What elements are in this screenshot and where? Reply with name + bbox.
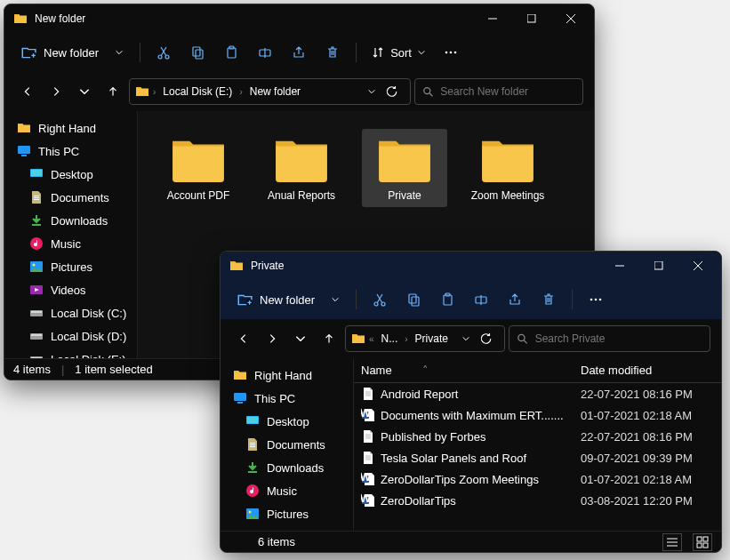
more-button[interactable] [580,285,612,314]
sidebar-item-label: Right Hand [38,122,96,135]
folder-item[interactable]: Zoom Meetings [465,129,550,207]
content-area[interactable]: Name˄ Date modified Android Report22-07-… [354,358,721,531]
close-button[interactable] [678,252,718,280]
cut-button[interactable] [364,285,396,314]
pc-icon [233,391,247,405]
sidebar-item[interactable]: Local Disk (C:) [4,301,137,324]
up-button[interactable] [100,79,125,104]
chevron-down-icon [331,295,340,304]
sidebar-item[interactable]: Documents [221,433,353,456]
sort-button[interactable]: Sort [364,38,433,67]
breadcrumb-item[interactable]: Private [412,331,452,347]
sidebar-item[interactable]: Downloads [4,209,137,232]
folder-item[interactable]: Account PDF [156,129,241,207]
folder-item[interactable]: Private [362,129,447,207]
search-bar[interactable] [414,78,583,105]
sidebar-item[interactable]: This PC [221,387,353,410]
list-row[interactable]: Published by Forbes22-07-2021 08:16 PM [354,426,721,447]
sidebar[interactable]: Right HandThis PCDesktopDocumentsDownloa… [221,358,354,531]
new-folder-button[interactable]: New folder [228,285,349,314]
more-button[interactable] [435,38,467,67]
sidebar-item-label: Music [51,237,81,251]
maximize-button[interactable] [512,4,551,33]
rename-button[interactable] [465,285,497,314]
status-bar: 6 items [221,531,721,552]
sidebar-item[interactable]: This PC [4,140,137,163]
back-button[interactable] [231,326,256,351]
list-row[interactable]: ZeroDollarTips Zoom Meetings01-07-2021 0… [354,468,721,490]
col-date[interactable]: Date modified [581,364,714,377]
search-bar[interactable] [509,325,710,352]
list-row[interactable]: Documents with Maximum ERT.......01-07-2… [354,404,721,426]
sidebar-item[interactable]: Videos [4,278,137,301]
cut-button[interactable] [148,38,180,67]
list-row[interactable]: Tesla Solar Panels and Roof09-07-2021 09… [354,447,721,468]
list-row[interactable]: Android Report22-07-2021 08:16 PM [354,383,721,404]
grid-view-button[interactable] [693,533,712,551]
paste-button[interactable] [215,38,247,67]
refresh-button[interactable] [380,79,405,104]
delete-button[interactable] [533,285,565,314]
disk-icon [29,352,44,358]
back-button[interactable] [15,79,40,104]
share-button[interactable] [499,285,531,314]
video-icon [29,283,44,297]
folder-item[interactable]: Anual Reports [259,129,344,207]
recent-button[interactable] [288,326,313,351]
paste-button[interactable] [431,285,463,314]
breadcrumb-item[interactable]: N... [378,331,402,347]
list-view-button[interactable] [662,533,682,551]
maximize-button[interactable] [639,252,678,280]
sidebar-item[interactable]: Pictures [4,255,137,278]
titlebar[interactable]: Private [221,252,721,280]
sidebar-item-label: Music [267,484,297,498]
address-bar[interactable]: › Local Disk (E:) › New folder [129,78,411,105]
cut-icon [373,292,387,307]
sidebar-item[interactable]: Desktop [221,410,353,433]
search-input[interactable] [440,85,575,98]
music-icon [29,236,44,251]
close-button[interactable] [551,4,590,33]
sidebar-item[interactable]: Local Disk (D:) [4,324,137,348]
forward-button[interactable] [260,326,285,351]
new-folder-button[interactable]: New folder [12,38,132,67]
file-name: Published by Forbes [381,430,486,444]
sidebar-item[interactable]: Desktop [4,163,137,186]
copy-button[interactable] [181,38,213,67]
list-header[interactable]: Name˄ Date modified [354,358,721,383]
share-button[interactable] [283,38,315,67]
chevron-down-icon[interactable] [461,334,470,343]
folder-label: Account PDF [167,189,230,202]
folder-label: Zoom Meetings [471,189,545,202]
minimize-button[interactable] [473,4,512,33]
delete-button[interactable] [317,38,349,67]
sidebar[interactable]: Right HandThis PCDesktopDocumentsDownloa… [4,111,138,358]
sidebar-item[interactable]: Right Hand [4,116,137,140]
sidebar-item[interactable]: Music [221,479,353,502]
sidebar-item[interactable]: Right Hand [221,364,353,387]
sidebar-item[interactable]: Pictures [221,502,353,525]
sidebar-item[interactable]: Downloads [221,456,353,479]
address-bar[interactable]: « N... › Private [345,325,505,352]
titlebar[interactable]: New folder [4,4,594,33]
up-button[interactable] [317,326,341,351]
breadcrumb-item[interactable]: New folder [246,84,304,100]
sidebar-item[interactable]: Local Disk (E:) [4,348,137,358]
recent-button[interactable] [72,79,97,104]
forward-button[interactable] [44,79,68,104]
search-input[interactable] [535,332,702,345]
new-folder-label: New folder [260,293,315,307]
explorer-window-2: Private New folder « N... › Private Righ… [220,251,722,553]
list-row[interactable]: ZeroDollarTips03-08-2021 12:20 PM [354,490,721,511]
sidebar-item[interactable]: Music [4,232,137,255]
item-count: 4 items [13,363,51,376]
copy-button[interactable] [397,285,429,314]
sidebar-item[interactable]: Documents [4,186,137,209]
col-name[interactable]: Name [361,364,392,377]
refresh-button[interactable] [474,326,499,351]
chevron-down-icon[interactable] [367,87,376,96]
minimize-button[interactable] [600,252,639,280]
rename-button[interactable] [249,38,281,67]
sidebar-item-label: This PC [254,392,295,405]
breadcrumb-item[interactable]: Local Disk (E:) [159,84,236,100]
